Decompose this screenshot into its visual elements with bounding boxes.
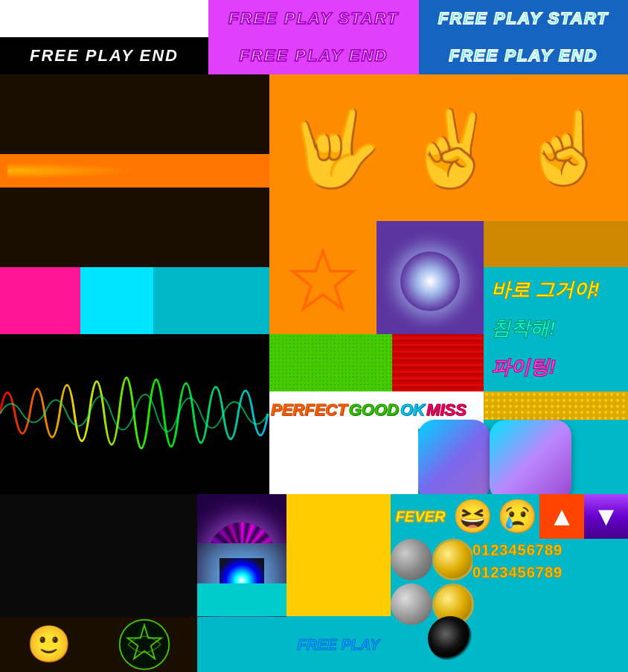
glitch-lines-pattern — [392, 334, 484, 391]
numbers-display-row1: 0123456789 — [472, 539, 628, 561]
free-play-end-white-text: FREE PLAY END — [30, 46, 179, 65]
free-play-start-pink-text: FREE PLAY START — [228, 9, 399, 28]
sad-emoji: 😢 — [497, 497, 538, 536]
dark-waveform-panel — [0, 334, 269, 494]
hand1-emoji: 🤟 — [289, 111, 382, 185]
golden-dots-bar — [484, 391, 628, 420]
yellow-small-panel — [286, 583, 391, 616]
free-play-small-text: FREE PLAY — [298, 636, 380, 653]
halftone-pattern — [269, 334, 392, 391]
white-blank-cell — [0, 0, 208, 37]
black-ring-shape — [428, 616, 472, 661]
hand2-emoji: ✌️ — [405, 111, 498, 185]
waveform-svg — [0, 334, 269, 494]
dark-top-panel — [0, 74, 269, 154]
rounded-button-purple[interactable] — [490, 420, 571, 502]
good-label: GOOD — [349, 400, 399, 420]
bottom-decorative-row: 🙂 — [0, 617, 197, 672]
red-glitch-panel — [392, 334, 484, 391]
bottom-star-icon — [118, 618, 170, 671]
fever-text-box: FEVER — [391, 494, 450, 539]
free-play-start-pink-banner: FREE PLAY START — [208, 0, 419, 37]
ok-label: OK — [400, 400, 425, 420]
dark-bottom-panel-large — [0, 494, 197, 617]
free-play-end-blue-banner: FREE PLAY END — [419, 37, 628, 74]
free-play-start-blue-banner: FREE PLAY START — [419, 0, 628, 37]
orange-splatter-shape — [7, 161, 156, 180]
sparkle-purple-cell — [377, 221, 484, 342]
cyan-rect — [80, 267, 153, 334]
free-play-end-blue-text: FREE PLAY END — [449, 46, 598, 65]
arrow-down-icon: ▼ — [584, 494, 628, 539]
happy-emoji: 😆 — [452, 497, 493, 536]
pink-rect — [0, 267, 80, 334]
hand3-emoji: ☝️ — [521, 112, 609, 183]
korean-text-box: 바로 그거야! 침착해! 파이팅! — [484, 267, 628, 390]
free-play-end-pink-banner: FREE PLAY END — [208, 37, 419, 74]
dark-brown-bottom-panel: 🙂 — [0, 617, 197, 672]
arrow-up-box: ▲ — [539, 494, 584, 539]
sparkle-white-glow — [400, 252, 460, 311]
dark-bottom-panel — [0, 188, 269, 267]
miss-label: MISS — [426, 400, 467, 420]
gold-circle-1 — [432, 539, 474, 580]
fever-label: FEVER — [396, 508, 446, 525]
arrow-up-icon: ▲ — [548, 501, 575, 532]
sad-emoji-box: 😢 — [495, 494, 539, 539]
free-play-small-box: FREE PLAY — [286, 616, 391, 672]
silver-circle-1 — [391, 539, 432, 580]
cyan-bottom-panel — [197, 583, 286, 616]
svg-marker-0 — [293, 252, 353, 309]
bottom-smiley-emoji: 🙂 — [27, 624, 71, 665]
orange-splatter-banner — [0, 154, 269, 188]
main-container: FREE PLAY START FREE PLAY START FREE PLA… — [0, 0, 628, 672]
digit-row1: 0123456789 — [472, 542, 563, 559]
white-square-1 — [269, 429, 344, 502]
korean-line2: 침착해! — [491, 316, 556, 342]
dark-gap — [153, 267, 269, 334]
korean-line1: 바로 그거야! — [491, 277, 600, 303]
digit-row2: 0123456789 — [472, 564, 563, 581]
white-square-2 — [344, 429, 418, 502]
star-icon — [289, 248, 356, 315]
free-play-end-black-banner: FREE PLAY END — [0, 37, 208, 74]
halftone-green-panel — [269, 334, 392, 391]
silver-circle-2 — [391, 583, 432, 625]
perfect-label: PERFECT — [271, 400, 347, 420]
purple-gradient-box: ▼ — [584, 494, 628, 539]
orange-hands-panel: 🤟 ✌️ ☝️ — [269, 74, 628, 221]
numbers-display-row2: 0123456789 — [472, 561, 628, 583]
free-play-start-blue-text: FREE PLAY START — [438, 9, 609, 28]
happy-emoji-box: 😆 — [450, 494, 495, 539]
rounded-button-blue[interactable] — [418, 420, 490, 502]
star-orange-cell — [269, 221, 377, 342]
free-play-end-pink-text: FREE PLAY END — [240, 46, 388, 65]
korean-line3: 파이팅! — [491, 354, 556, 380]
